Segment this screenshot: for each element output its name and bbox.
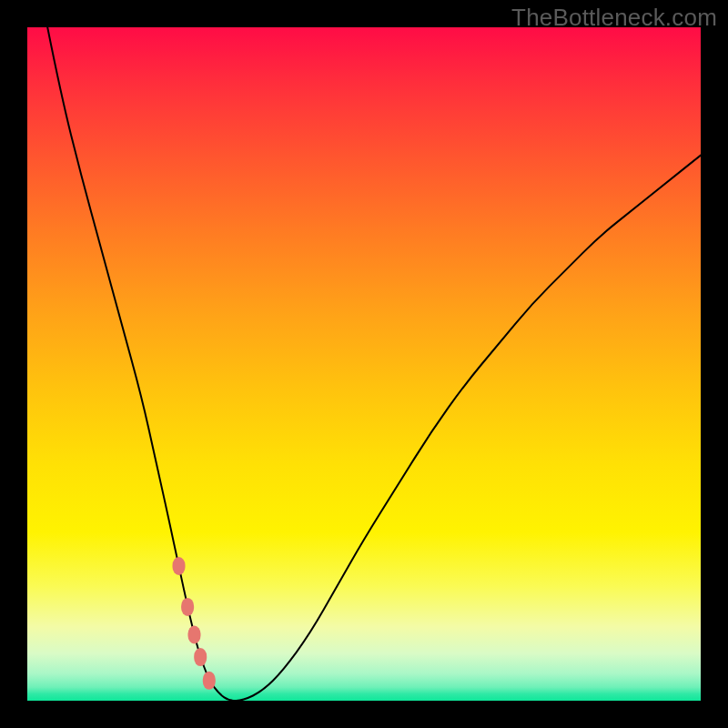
- bottleneck-curve: [27, 27, 701, 701]
- curve-marker: [194, 648, 207, 666]
- curve-marker: [181, 598, 194, 616]
- markers-group: [173, 557, 216, 690]
- curve-marker: [203, 672, 216, 690]
- curve-path: [47, 27, 701, 701]
- curve-marker: [188, 626, 201, 644]
- watermark-text: TheBottleneck.com: [511, 4, 717, 32]
- plot-area: [27, 27, 701, 701]
- curve-marker: [173, 557, 186, 575]
- chart-frame: TheBottleneck.com: [0, 0, 728, 728]
